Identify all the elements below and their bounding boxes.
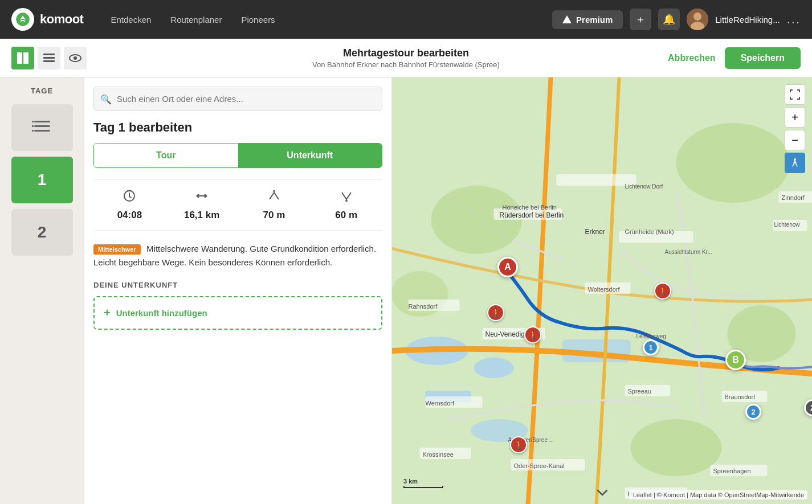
poi-2[interactable]: 🚶 [487,304,504,321]
difficulty-section: Mittelschwer Mittelschwere Wanderung. Gu… [93,242,382,269]
sidebar: TAGE 1 2 [0,77,84,504]
save-button[interactable]: Speichern [725,47,801,69]
difficulty-badge: Mittelschwer [93,244,141,255]
list-view-button[interactable] [38,47,60,69]
search-input[interactable] [93,87,382,111]
main-area: TAGE 1 2 🔍 Tag 1 bearbeiten Tour Unterku… [0,77,812,504]
waypoint-1-circle: 1 [643,339,659,355]
svg-rect-56 [779,191,813,203]
tabs-row: Tour Unterkunft [93,143,382,168]
svg-rect-49 [426,396,483,408]
logo-icon [11,8,34,31]
svg-rect-55 [711,465,768,476]
poi-1[interactable]: 🚶 [654,282,671,300]
notifications-button[interactable]: 🔔 [658,9,680,30]
svg-rect-6 [43,54,55,55]
cancel-button[interactable]: Abbrechen [668,53,716,63]
tab-tour[interactable]: Tour [94,144,238,167]
map-scale-bar [403,486,443,488]
zoom-out-button[interactable]: − [785,130,805,150]
svg-text:Spreeau: Spreeau [628,388,652,395]
svg-point-2 [693,13,701,21]
nav-links: Entdecken Routenplaner Pioneers [103,10,283,29]
svg-rect-54 [722,391,768,402]
plus-icon: ＋ [635,13,646,26]
svg-point-40 [631,419,722,476]
svg-text:Grünheide (Mark): Grünheide (Mark) [625,228,674,235]
svg-text:Leistikoweg: Leistikoweg [636,333,666,339]
plus-icon: + [104,306,111,319]
user-name: LittleRedHiking... [715,15,780,24]
add-unterkunft-label: Unterkunft hinzufügen [116,308,207,318]
svg-text:Oder-Spree-Kanal: Oder-Spree-Kanal [514,462,565,469]
more-options-button[interactable]: ... [787,12,801,27]
day-title: Tag 1 bearbeiten [93,120,382,135]
waypoint-2b[interactable]: 2 [804,399,812,416]
panel: 🔍 Tag 1 bearbeiten Tour Unterkunft [84,77,392,504]
descent-icon [340,189,353,206]
svg-rect-8 [43,60,55,62]
search-container: 🔍 [93,87,382,111]
svg-point-33 [406,337,468,365]
eye-view-button[interactable] [64,47,87,69]
add-unterkunft-button[interactable]: + Unterkunft hinzufügen [93,296,382,330]
svg-text:Braunsdorf: Braunsdorf [725,394,756,400]
ascent-icon [267,189,281,206]
nav-entdecken[interactable]: Entdecken [103,10,159,29]
stats-row: 04:08 16,1 km [93,179,382,231]
marker-b[interactable]: B [725,350,746,370]
svg-rect-15 [32,125,34,127]
sub-header-actions: Abbrechen Speichern [668,47,801,69]
svg-text:Woltersdorf: Woltersdorf [588,286,621,293]
poi-3[interactable]: 🚶 [524,326,541,343]
avatar[interactable] [687,9,708,30]
waypoint-2a[interactable]: 2 [745,404,761,420]
stat-ascent-value: 70 m [263,210,285,221]
list-view-icon [43,52,55,64]
premium-button[interactable]: Premium [552,10,623,29]
svg-rect-47 [409,300,460,311]
nav-pioneers[interactable]: Pioneers [233,10,283,29]
search-icon: 🔍 [100,93,112,104]
svg-rect-5 [23,52,28,64]
poi-1-marker: 🚶 [654,282,671,300]
map-area[interactable]: Rüdersdorf bei Berlin Höneiche bei Berli… [392,77,812,504]
nav-routenplaner[interactable]: Routenplaner [162,10,230,29]
add-button[interactable]: ＋ [630,9,651,30]
zoom-in-button[interactable]: + [785,107,805,128]
fullscreen-button[interactable] [785,84,805,105]
poi-2-marker: 🚶 [487,304,504,321]
waypoint-1[interactable]: 1 [643,339,659,355]
stat-time: 04:08 [93,189,166,221]
svg-text:Neu-Venedig: Neu-Venedig [485,330,525,338]
tab-unterkunft[interactable]: Unterkunft [238,144,382,167]
day-1-button[interactable]: 1 [11,157,73,203]
eye-icon [69,52,81,64]
sub-header-center: Mehrtagestour bearbeiten Von Bahnhof Erk… [312,47,500,69]
marker-a-circle: A [497,257,518,277]
poi-4[interactable]: 🚶 [510,436,527,453]
timer-icon [123,189,136,206]
svg-line-19 [129,196,131,198]
map-scale-label: 3 km [403,478,418,485]
svg-rect-43 [494,208,562,220]
svg-text:Höneiche bei Berlin: Höneiche bei Berlin [503,204,557,211]
logo-area[interactable]: komoot [11,8,83,31]
svg-rect-51 [511,459,585,470]
svg-text:Spreenhagen: Spreenhagen [713,468,751,474]
logo-text: komoot [40,12,83,27]
svg-rect-32 [392,77,812,504]
bell-icon: 🔔 [663,13,675,26]
day-list-button[interactable] [11,104,73,151]
sidebar-label: TAGE [31,87,53,95]
svg-rect-11 [34,121,50,122]
svg-rect-35 [426,391,471,402]
marker-a[interactable]: A [497,257,518,277]
svg-point-38 [431,186,523,254]
split-view-button[interactable] [11,47,34,69]
day-2-button[interactable]: 2 [11,209,73,256]
map-scroll-down[interactable] [595,488,609,499]
unterkunft-title: DEINE UNTERKUNFT [93,281,382,289]
marker-b-circle: B [725,350,746,370]
walking-mode-button[interactable] [785,153,805,173]
